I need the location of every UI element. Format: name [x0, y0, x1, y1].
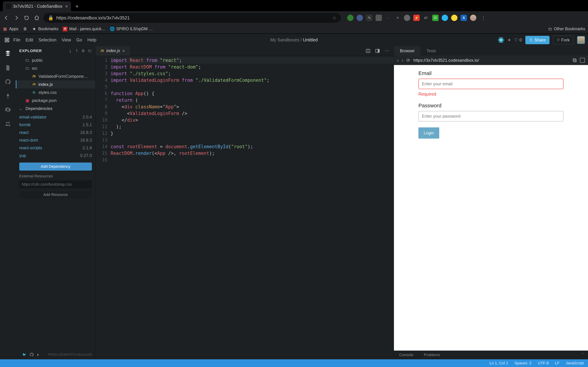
menu-file[interactable]: File: [13, 37, 20, 42]
menu-selection[interactable]: Selection: [38, 37, 56, 42]
tree-folder-public[interactable]: 🗀 public: [16, 56, 95, 64]
code-line[interactable]: import React from "react";: [111, 57, 394, 64]
preview-forward-icon[interactable]: ›: [402, 58, 403, 63]
activity-explorer-icon[interactable]: [4, 50, 12, 58]
status-language[interactable]: JavaScript: [566, 361, 584, 366]
react-template-icon[interactable]: [498, 37, 504, 43]
code-line[interactable]: <ValidatedLoginForm />: [111, 110, 394, 117]
extension-icon[interactable]: ✳: [394, 15, 401, 21]
bookmark-star-icon[interactable]: ☆: [332, 15, 336, 21]
extension-icon[interactable]: [347, 15, 354, 21]
dependency-row[interactable]: react-scripts2.1.8: [19, 144, 92, 152]
browser-tab[interactable]: 3x7vlv3521 - CodeSandbox ×: [3, 1, 71, 11]
extension-icon[interactable]: ✎: [366, 15, 372, 21]
code-line[interactable]: import "./styles.css";: [111, 70, 394, 77]
dependency-row[interactable]: react16.8.3: [19, 129, 92, 136]
more-icon[interactable]: ⋯: [384, 48, 390, 54]
fork-button[interactable]: ⑂ Fork: [553, 36, 574, 44]
preview-fullscreen-icon[interactable]: [580, 58, 585, 63]
activity-deploy-icon[interactable]: [4, 92, 12, 100]
twitter-icon[interactable]: 🐦: [22, 353, 26, 357]
preview-tab-browser[interactable]: Browser: [394, 46, 421, 56]
activity-files-icon[interactable]: [4, 64, 12, 72]
omnibox[interactable]: 🔒 https://codesandbox.io/s/3x7vlv3521 ☆: [43, 13, 341, 23]
code-line[interactable]: import ReactDOM from "react-dom";: [111, 64, 394, 70]
extension-icon[interactable]: [376, 15, 382, 21]
bookmarks-bookmarks[interactable]: ★ Bookmarks: [32, 26, 58, 31]
code-line[interactable]: ReactDOM.render(<App />, rootElement);: [111, 150, 394, 157]
share-button[interactable]: ⇪ Share: [525, 36, 550, 44]
code-line[interactable]: }: [111, 130, 394, 137]
extension-icon[interactable]: ⋯: [385, 15, 391, 21]
like-button[interactable]: ♡ 0: [514, 38, 522, 42]
spectrum-icon[interactable]: ◗: [37, 353, 39, 357]
dependency-row[interactable]: email-validator2.0.4: [19, 113, 92, 121]
extension-icon[interactable]: S: [461, 15, 467, 21]
split-editor-icon[interactable]: [365, 48, 371, 54]
editor-tab-index-js[interactable]: JS index.js ×: [95, 46, 130, 56]
preview-openwindow-icon[interactable]: [572, 58, 577, 63]
bookmarks-apps[interactable]: ▦ Apps: [3, 26, 18, 31]
activity-live-icon[interactable]: [4, 120, 12, 128]
preview-tab-tests[interactable]: Tests: [421, 46, 442, 56]
dependency-row[interactable]: react-dom16.8.3: [19, 136, 92, 144]
nav-reload-icon[interactable]: [23, 14, 30, 21]
dependency-row[interactable]: formik1.5.1: [19, 121, 92, 129]
tree-file-index-js[interactable]: JS index.js: [16, 80, 95, 88]
preview-url[interactable]: https://3x7vlv3521.codesandbox.io/: [413, 58, 569, 63]
extension-icon[interactable]: ID: [432, 15, 439, 21]
code-line[interactable]: import ValidatedLoginForm from "./Valida…: [111, 77, 394, 83]
menu-go[interactable]: Go: [76, 37, 82, 42]
activity-github-icon[interactable]: [4, 78, 12, 86]
menu-help[interactable]: Help: [87, 37, 96, 42]
explorer-upload-icon[interactable]: ⭱: [75, 49, 79, 53]
external-resource-input[interactable]: [19, 180, 92, 188]
breadcrumb[interactable]: My Sandboxes / Untitled: [270, 37, 318, 42]
codesandbox-logo-icon[interactable]: [3, 36, 11, 44]
code-line[interactable]: <div className="App">: [111, 103, 394, 110]
code-line[interactable]: function App() {: [111, 90, 394, 97]
nav-home-icon[interactable]: [33, 14, 40, 21]
bookmarks-mail[interactable]: P Mail - james.quick…: [63, 26, 105, 31]
status-position[interactable]: Ln 1, Col 1: [490, 361, 508, 366]
new-sandbox-button[interactable]: +: [508, 37, 511, 43]
preview-back-icon[interactable]: ‹: [397, 58, 399, 63]
panel-toggle-icon[interactable]: ˄: [578, 353, 588, 357]
activity-settings-icon[interactable]: [4, 106, 12, 114]
status-encoding[interactable]: UTF-8: [538, 361, 549, 366]
tree-file-package-json[interactable]: ▣ package.json: [16, 96, 95, 105]
user-avatar[interactable]: [577, 36, 585, 44]
status-spaces[interactable]: Spaces: 2: [514, 361, 531, 366]
menu-edit[interactable]: Edit: [26, 37, 33, 42]
code-line[interactable]: [111, 157, 394, 163]
extension-icon[interactable]: [357, 15, 363, 21]
tree-folder-src[interactable]: 🗀 src: [16, 64, 95, 72]
code-line[interactable]: [111, 83, 394, 90]
explorer-newfolder-icon[interactable]: 🗀: [88, 49, 92, 53]
bookmarks-file[interactable]: 🗎: [23, 27, 27, 31]
login-button[interactable]: Login: [418, 127, 439, 139]
code-line[interactable]: );: [111, 123, 394, 130]
other-bookmarks[interactable]: 🗀 Other Bookmarks: [548, 26, 585, 31]
add-resource-button[interactable]: Add Resource: [19, 191, 92, 198]
tree-file-validatedformcomponent[interactable]: JS ValidatedFormCompone…: [16, 72, 95, 80]
email-input[interactable]: [418, 79, 563, 89]
extension-icon[interactable]: 🏷: [423, 15, 429, 21]
dependencies-section[interactable]: ⌄ Dependencies: [16, 105, 95, 113]
explorer-newfile-icon[interactable]: 🗎: [81, 49, 85, 53]
code-line[interactable]: [111, 137, 394, 143]
code-line[interactable]: </div>: [111, 117, 394, 123]
problems-tab[interactable]: Problems: [419, 350, 445, 359]
status-eol[interactable]: LF: [555, 361, 560, 366]
nav-forward-icon[interactable]: [13, 14, 20, 21]
dependency-row[interactable]: yup0.27.0: [19, 152, 92, 159]
menu-view[interactable]: View: [62, 37, 71, 42]
explorer-download-icon[interactable]: ⭳: [69, 49, 72, 53]
code-line[interactable]: return (: [111, 97, 394, 103]
tab-close-icon[interactable]: ×: [65, 4, 68, 9]
extension-icon[interactable]: [442, 15, 448, 21]
nav-back-icon[interactable]: [3, 14, 10, 21]
extension-icon[interactable]: [404, 15, 410, 21]
extension-icon[interactable]: [451, 15, 458, 21]
tree-file-styles-css[interactable]: ≋ styles.css: [16, 88, 95, 96]
